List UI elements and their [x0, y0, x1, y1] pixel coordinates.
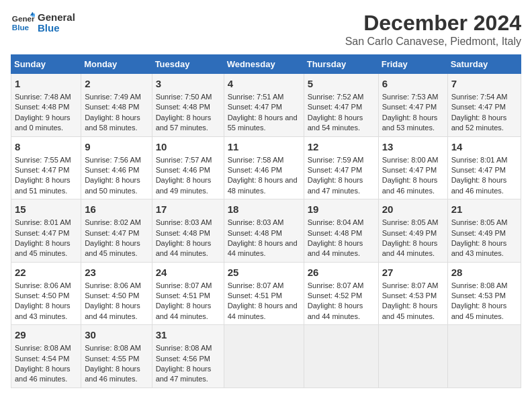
sunset: Sunset: 4:56 PM [156, 355, 210, 363]
sunrise: Sunrise: 8:08 AM [85, 344, 141, 352]
sunrise: Sunrise: 7:55 AM [15, 156, 71, 164]
daylight: Daylight: 8 hours and 45 minutes. [382, 302, 438, 320]
sunrise: Sunrise: 8:03 AM [228, 218, 284, 226]
sunset: Sunset: 4:51 PM [228, 291, 282, 300]
header-friday: Friday [378, 55, 447, 74]
sunrise: Sunrise: 8:06 AM [15, 281, 71, 289]
daylight: Daylight: 8 hours and 49 minutes. [156, 176, 212, 194]
sunrise: Sunrise: 7:50 AM [156, 93, 212, 101]
sunrise: Sunrise: 8:08 AM [451, 281, 508, 289]
sunset: Sunset: 4:48 PM [308, 229, 362, 237]
sunset: Sunset: 4:48 PM [15, 103, 69, 111]
sunrise: Sunrise: 7:57 AM [156, 156, 212, 164]
daylight: Daylight: 8 hours and 44 minutes. [308, 302, 363, 320]
header-monday: Monday [81, 55, 152, 74]
calendar-cell: 8Sunrise: 7:55 AMSunset: 4:47 PMDaylight… [11, 136, 81, 199]
sunset: Sunset: 4:47 PM [85, 229, 139, 237]
daylight: Daylight: 8 hours and 43 minutes. [451, 239, 507, 257]
calendar-cell: 11Sunrise: 7:58 AMSunset: 4:46 PMDayligh… [224, 136, 304, 199]
day-number: 6 [382, 77, 444, 91]
day-number: 3 [156, 77, 220, 91]
sunset: Sunset: 4:50 PM [15, 291, 69, 300]
calendar-cell: 2Sunrise: 7:49 AMSunset: 4:48 PMDaylight… [81, 74, 152, 137]
calendar-table: SundayMondayTuesdayWednesdayThursdayFrid… [11, 54, 521, 388]
calendar-cell [304, 325, 378, 388]
sunrise: Sunrise: 7:53 AM [382, 93, 439, 101]
sunset: Sunset: 4:52 PM [308, 291, 362, 300]
calendar-cell [378, 325, 447, 388]
calendar-cell: 19Sunrise: 8:04 AMSunset: 4:48 PMDayligh… [304, 199, 378, 263]
calendar-cell: 15Sunrise: 8:01 AMSunset: 4:47 PMDayligh… [11, 199, 81, 263]
daylight: Daylight: 8 hours and 57 minutes. [156, 113, 212, 132]
daylight: Daylight: 8 hours and 44 minutes. [308, 239, 363, 257]
daylight: Daylight: 8 hours and 46 minutes. [451, 176, 507, 194]
sunset: Sunset: 4:47 PM [308, 166, 362, 174]
day-number: 20 [382, 202, 444, 216]
day-number: 2 [85, 77, 148, 91]
sunset: Sunset: 4:47 PM [15, 229, 69, 237]
calendar-cell: 21Sunrise: 8:05 AMSunset: 4:49 PMDayligh… [447, 199, 521, 263]
sunrise: Sunrise: 7:51 AM [228, 93, 284, 101]
calendar-cell: 1Sunrise: 7:48 AMSunset: 4:48 PMDaylight… [11, 74, 81, 137]
calendar-cell: 17Sunrise: 8:03 AMSunset: 4:48 PMDayligh… [152, 199, 224, 263]
sunrise: Sunrise: 7:59 AM [308, 156, 364, 164]
calendar-cell: 18Sunrise: 8:03 AMSunset: 4:48 PMDayligh… [224, 199, 304, 263]
daylight: Daylight: 8 hours and 52 minutes. [451, 113, 507, 132]
sunset: Sunset: 4:46 PM [228, 166, 282, 174]
daylight: Daylight: 8 hours and 44 minutes. [382, 239, 438, 257]
daylight: Daylight: 8 hours and 45 minutes. [15, 239, 71, 257]
sunrise: Sunrise: 7:54 AM [451, 93, 508, 101]
calendar-cell: 26Sunrise: 8:07 AMSunset: 4:52 PMDayligh… [304, 262, 378, 325]
daylight: Daylight: 8 hours and 46 minutes. [15, 365, 71, 383]
title-area: December 2024 San Carlo Canavese, Piedmo… [345, 11, 521, 48]
sunrise: Sunrise: 8:07 AM [228, 281, 284, 289]
sunrise: Sunrise: 8:01 AM [15, 218, 71, 226]
day-number: 14 [451, 140, 517, 154]
logo: General Blue General Blue [11, 11, 75, 35]
day-number: 23 [85, 265, 148, 279]
day-number: 27 [382, 265, 444, 279]
logo-line1: General [38, 12, 75, 24]
header-saturday: Saturday [447, 55, 521, 74]
day-number: 18 [228, 202, 300, 216]
daylight: Daylight: 8 hours and 48 minutes. [228, 176, 298, 194]
calendar-cell [447, 325, 521, 388]
week-row-3: 15Sunrise: 8:01 AMSunset: 4:47 PMDayligh… [11, 199, 521, 263]
daylight: Daylight: 8 hours and 47 minutes. [156, 365, 212, 383]
day-number: 10 [156, 140, 220, 154]
calendar-cell: 4Sunrise: 7:51 AMSunset: 4:47 PMDaylight… [224, 74, 304, 137]
subtitle: San Carlo Canavese, Piedmont, Italy [345, 36, 521, 48]
day-number: 7 [451, 77, 517, 91]
calendar-cell: 3Sunrise: 7:50 AMSunset: 4:48 PMDaylight… [152, 74, 224, 137]
daylight: Daylight: 8 hours and 47 minutes. [308, 176, 363, 194]
sunset: Sunset: 4:50 PM [85, 291, 139, 300]
calendar-cell: 27Sunrise: 8:07 AMSunset: 4:53 PMDayligh… [378, 262, 447, 325]
sunset: Sunset: 4:47 PM [308, 103, 362, 111]
day-number: 1 [15, 77, 77, 91]
daylight: Daylight: 8 hours and 45 minutes. [451, 302, 507, 320]
logo-line2: Blue [38, 23, 75, 34]
sunset: Sunset: 4:46 PM [85, 166, 139, 174]
calendar-cell: 12Sunrise: 7:59 AMSunset: 4:47 PMDayligh… [304, 136, 378, 199]
sunset: Sunset: 4:54 PM [15, 355, 69, 363]
calendar-cell: 23Sunrise: 8:06 AMSunset: 4:50 PMDayligh… [81, 262, 152, 325]
week-row-5: 29Sunrise: 8:08 AMSunset: 4:54 PMDayligh… [11, 325, 521, 388]
header-wednesday: Wednesday [224, 55, 304, 74]
day-number: 21 [451, 202, 517, 216]
sunrise: Sunrise: 8:05 AM [451, 218, 508, 226]
sunset: Sunset: 4:51 PM [156, 291, 210, 300]
sunset: Sunset: 4:48 PM [156, 103, 210, 111]
day-number: 29 [15, 328, 77, 342]
main-title: December 2024 [345, 11, 521, 36]
week-row-4: 22Sunrise: 8:06 AMSunset: 4:50 PMDayligh… [11, 262, 521, 325]
sunrise: Sunrise: 8:07 AM [156, 281, 212, 289]
sunset: Sunset: 4:53 PM [382, 291, 437, 300]
calendar-cell: 10Sunrise: 7:57 AMSunset: 4:46 PMDayligh… [152, 136, 224, 199]
sunrise: Sunrise: 8:06 AM [85, 281, 141, 289]
sunrise: Sunrise: 8:01 AM [451, 156, 508, 164]
sunset: Sunset: 4:47 PM [382, 166, 437, 174]
header: General Blue General Blue December 2024 … [11, 11, 521, 48]
calendar-cell: 16Sunrise: 8:02 AMSunset: 4:47 PMDayligh… [81, 199, 152, 263]
calendar-cell: 5Sunrise: 7:52 AMSunset: 4:47 PMDaylight… [304, 74, 378, 137]
sunset: Sunset: 4:47 PM [451, 103, 506, 111]
